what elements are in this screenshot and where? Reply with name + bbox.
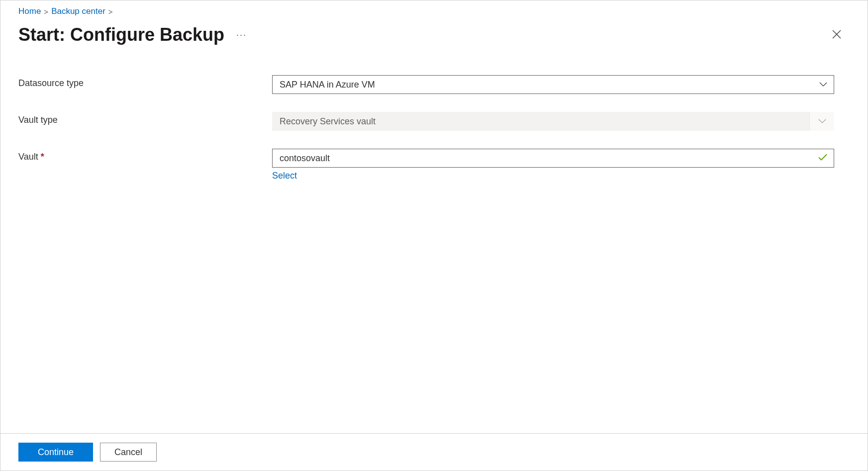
breadcrumb-home-link[interactable]: Home xyxy=(18,6,41,16)
vault-type-label: Vault type xyxy=(18,112,272,125)
required-indicator: * xyxy=(41,152,44,162)
vault-input[interactable] xyxy=(272,149,834,168)
datasource-type-select[interactable]: SAP HANA in Azure VM xyxy=(272,75,834,94)
breadcrumb-backup-center-link[interactable]: Backup center xyxy=(51,6,105,16)
breadcrumb: Home > Backup center > xyxy=(18,6,850,16)
check-icon xyxy=(818,154,827,163)
chevron-right-icon: > xyxy=(44,7,48,16)
datasource-type-label: Datasource type xyxy=(18,75,272,89)
chevron-right-icon: > xyxy=(108,7,113,16)
more-actions-button[interactable]: ··· xyxy=(236,30,247,40)
chevron-down-icon xyxy=(809,112,834,131)
select-vault-link[interactable]: Select xyxy=(272,171,834,181)
vault-type-row: Vault type Recovery Services vault xyxy=(18,112,834,131)
continue-button[interactable]: Continue xyxy=(18,443,93,462)
close-icon xyxy=(832,33,842,41)
page-title: Start: Configure Backup xyxy=(18,24,224,45)
close-button[interactable] xyxy=(828,25,846,45)
vault-row: Vault * Select xyxy=(18,149,834,181)
footer-toolbar: Continue Cancel xyxy=(0,433,868,471)
vault-type-select: Recovery Services vault xyxy=(272,112,834,131)
cancel-button[interactable]: Cancel xyxy=(100,443,157,462)
vault-label: Vault * xyxy=(18,149,272,162)
datasource-type-row: Datasource type SAP HANA in Azure VM xyxy=(18,75,834,94)
